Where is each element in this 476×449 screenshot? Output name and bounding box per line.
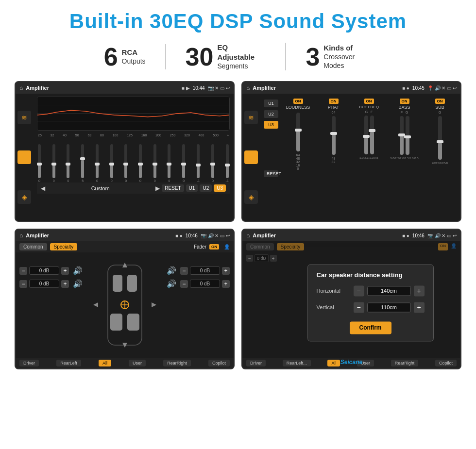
fader-minus-1[interactable]: − xyxy=(19,267,27,275)
watermark: Seicane xyxy=(340,359,362,366)
eq-slider-11: 0 xyxy=(182,144,185,183)
cross-sub-label: SUB xyxy=(435,105,444,110)
dist-driver-btn[interactable]: Driver xyxy=(246,360,266,366)
eq-reset-btn[interactable]: RESET xyxy=(162,184,184,192)
dist-all-btn[interactable]: All xyxy=(327,360,340,366)
cross-loudness-slider[interactable] xyxy=(296,113,300,151)
cross-phat-slider[interactable] xyxy=(332,116,336,155)
eq-speaker-btn[interactable]: ◈ xyxy=(17,190,31,204)
cross-bass-label: BASS xyxy=(398,105,410,110)
dist-rearleft-btn[interactable]: RearLeft... xyxy=(283,360,311,366)
fader-copilot-btn[interactable]: Copilot xyxy=(208,360,230,366)
eq-slider-13: 0 xyxy=(211,144,214,183)
fader-rearright-btn[interactable]: RearRight xyxy=(163,360,191,366)
fader-rearleft-btn[interactable]: RearLeft xyxy=(56,360,81,366)
eq-u2-btn[interactable]: U2 xyxy=(200,184,212,192)
fader-main: − 0 dB + 🔊 − 0 dB + 🔊 xyxy=(16,252,234,358)
cross-content: ≋ 〰 ◈ U1 U2 U3 RESET xyxy=(242,94,460,221)
fader-val-3: 0 dB xyxy=(190,266,220,275)
dist-status: ■ ● xyxy=(402,233,409,238)
stat-rca-label: RCA Outputs xyxy=(122,48,146,66)
dist-home-icon[interactable]: ⌂ xyxy=(246,232,250,239)
cross-loudness-col: ON LOUDNESS 64 48 32 16 0 xyxy=(281,99,315,216)
cross-bass-on[interactable]: ON xyxy=(400,99,409,104)
fader-label: Fader xyxy=(194,244,206,249)
eq-tune-btn[interactable]: ≋ xyxy=(17,111,31,124)
eq-main: 25 32 40 50 63 80 100 125 160 200 250 32… xyxy=(33,94,234,221)
dist-vertical-plus[interactable]: + xyxy=(414,302,425,313)
dist-bg-content: Common Specialty ON 👤 − 0 dB + xyxy=(242,241,460,266)
cross-cutfreq-f-slider[interactable] xyxy=(370,116,374,154)
eq-prev-btn[interactable]: ◀ xyxy=(41,185,45,192)
fader-car-center xyxy=(86,256,163,354)
fader-app-name: Amplifier xyxy=(26,233,172,238)
cross-bass-g-slider[interactable] xyxy=(406,116,409,155)
cross-sub-on[interactable]: ON xyxy=(435,99,445,104)
fader-slider-row-3: 🔊 − 0 dB + xyxy=(167,266,230,275)
eq-u3-btn[interactable]: U3 xyxy=(214,184,226,192)
stat-eq-number: 30 xyxy=(186,44,214,69)
eq-sidebar: ≋ 〰 ◈ xyxy=(16,94,33,221)
cross-phat-col: ON PHAT 64 48 32 xyxy=(317,99,350,216)
fader-minus-3[interactable]: − xyxy=(180,267,188,275)
fader-user-btn[interactable]: User xyxy=(129,360,146,366)
dist-horizontal-label: Horizontal xyxy=(317,288,351,294)
cross-home-icon[interactable]: ⌂ xyxy=(246,84,250,91)
cross-speaker-btn[interactable]: ◈ xyxy=(244,190,258,204)
cross-sidebar: ≋ 〰 ◈ xyxy=(242,94,260,221)
cross-cutfreq-g-slider[interactable] xyxy=(364,116,368,154)
fader-plus-2[interactable]: + xyxy=(61,280,69,288)
fader-home-icon[interactable]: ⌂ xyxy=(19,232,23,239)
fader-minus-4[interactable]: − xyxy=(180,280,188,288)
home-icon[interactable]: ⌂ xyxy=(19,84,23,91)
fader-on-badge[interactable]: ON xyxy=(209,244,219,249)
eq-wave-btn[interactable]: 〰 xyxy=(17,150,31,164)
cross-phat-on[interactable]: ON xyxy=(329,99,339,104)
dist-vertical-minus[interactable]: − xyxy=(354,302,364,313)
cross-sub-slider[interactable] xyxy=(438,116,442,160)
confirm-button[interactable]: Confirm xyxy=(350,322,391,334)
cross-bass-f-slider[interactable] xyxy=(400,116,404,155)
dist-horizontal-minus[interactable]: − xyxy=(354,286,364,297)
fader-specialty-tab[interactable]: Specialty xyxy=(50,243,78,250)
fader-common-tab[interactable]: Common xyxy=(19,243,47,250)
dist-copilot-btn[interactable]: Copilot xyxy=(435,360,457,366)
fader-plus-4[interactable]: + xyxy=(222,280,230,288)
fader-all-btn[interactable]: All xyxy=(99,360,111,366)
svg-rect-6 xyxy=(127,275,137,292)
cross-bass-col: ON BASS F G xyxy=(388,99,421,216)
cross-wave-btn[interactable]: 〰 xyxy=(244,150,258,164)
dist-horizontal-value: 140cm xyxy=(367,286,411,296)
dist-app-name: Amplifier xyxy=(253,233,399,238)
eq-slider-6: 0 xyxy=(110,144,113,183)
eq-u1-btn[interactable]: U1 xyxy=(186,184,198,192)
cross-tune-btn[interactable]: ≋ xyxy=(244,111,258,124)
cross-u1-btn[interactable]: U1 xyxy=(264,100,278,107)
eq-time: 10:44 xyxy=(193,85,205,91)
eq-preset: Custom xyxy=(47,185,153,191)
cross-cutfreq-on[interactable]: ON xyxy=(364,99,374,104)
cross-reset-btn[interactable]: RESET xyxy=(264,170,278,177)
cross-cutfreq-col: ON CUT FREQ G F xyxy=(352,99,386,216)
eq-app-name: Amplifier xyxy=(26,85,179,91)
dist-rearright-btn[interactable]: RearRight xyxy=(391,360,419,366)
dist-horizontal-plus[interactable]: + xyxy=(414,286,425,297)
eq-status-icons: 📷 ✕ ▭ ↩ xyxy=(208,85,230,91)
fader-status: ■ ● xyxy=(175,233,183,238)
cross-u2-btn[interactable]: U2 xyxy=(264,110,278,118)
eq-content: ≋ 〰 ◈ xyxy=(16,94,234,221)
fader-minus-2[interactable]: − xyxy=(19,280,27,288)
eq-next-btn[interactable]: ▶ xyxy=(155,185,160,192)
stat-crossover-label: Kinds of Crossover Modes xyxy=(323,43,372,70)
crossover-screen: ⌂ Amplifier ■ ● 10:45 📍 🔊 ✕ ▭ ↩ ≋ 〰 ◈ U1… xyxy=(241,81,461,222)
fader-speaker-icon-r2: 🔊 xyxy=(167,279,176,288)
fader-plus-3[interactable]: + xyxy=(222,267,230,275)
fader-val-2: 0 dB xyxy=(29,280,59,288)
cross-u3-btn[interactable]: U3 xyxy=(264,121,278,129)
fader-plus-1[interactable]: + xyxy=(61,267,69,275)
fader-speaker-icon-r: 🔊 xyxy=(167,266,176,275)
page-wrapper: Built-in 30EQ DSP Sound System 6 RCA Out… xyxy=(0,0,476,449)
fader-slider-row-2: − 0 dB + 🔊 xyxy=(19,279,83,288)
cross-loudness-on[interactable]: ON xyxy=(293,99,303,104)
fader-driver-btn[interactable]: Driver xyxy=(19,360,39,366)
